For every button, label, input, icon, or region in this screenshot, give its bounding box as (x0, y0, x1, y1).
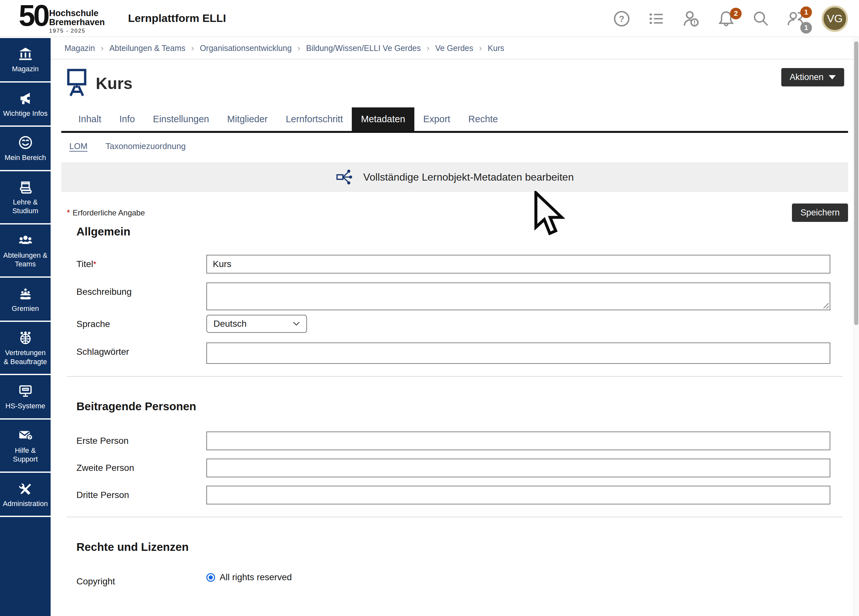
top-header: 50 Hochschule Bremerhaven 1975 - 2025 Le… (0, 0, 859, 37)
bank-icon (18, 47, 33, 61)
logo-line2: Bremerhaven (49, 18, 105, 27)
avatar[interactable]: VG (822, 5, 848, 32)
zweite-person-input[interactable] (206, 459, 830, 477)
dritte-person-label: Dritte Person (61, 486, 206, 500)
tab-metadaten[interactable]: Metadaten (352, 107, 414, 131)
tab-bar: Inhalt Info Einstellungen Mitglieder Ler… (61, 107, 848, 133)
sidebar-item-magazin[interactable]: Magazin (0, 38, 51, 81)
aktionen-button[interactable]: Aktionen (781, 68, 844, 86)
scrollbar-thumb[interactable] (854, 41, 858, 325)
sidebar-item-label: Hilfe & Support (2, 446, 49, 464)
section-allgemein: Allgemein (77, 225, 848, 238)
breadcrumb-item-organisationsentwicklung[interactable]: Organisationsentwicklung (200, 44, 292, 53)
sidebar-item-vertretungen[interactable]: Vertretungen & Beauftragte (0, 322, 51, 374)
beschreibung-textarea[interactable] (206, 283, 830, 310)
sidebar-item-lehre-studium[interactable]: Lehre & Studium (0, 171, 51, 223)
breadcrumb-item-bildung-wissen[interactable]: Bildung/Wissen/ELLI Ve Gerdes (306, 44, 421, 53)
svg-text:!: ! (693, 19, 696, 26)
erste-person-label: Erste Person (61, 432, 206, 446)
sidebar-nav: Magazin Wichtige Infos Mein Bereich (0, 37, 51, 616)
tab-mitglieder[interactable]: Mitglieder (218, 107, 276, 131)
sidebar-item-hilfe-support[interactable]: ? Hilfe & Support (0, 420, 51, 472)
breadcrumb-separator: › (479, 43, 482, 53)
smiley-icon (18, 135, 33, 150)
subtab-taxonomiezuordnung[interactable]: Taxonomiezuordnung (105, 141, 186, 151)
sidebar-item-label: Mein Bereich (5, 153, 46, 162)
sidebar-item-label: Abteilungen & Teams (2, 251, 49, 269)
divider (67, 517, 843, 517)
scrollbar-track[interactable] (853, 37, 859, 616)
books-icon (18, 180, 33, 194)
copyright-label: Copyright (61, 572, 206, 587)
copyright-option-label: All rights reserved (220, 572, 292, 582)
breadcrumb-separator: › (298, 43, 300, 53)
breadcrumb-item-magazin[interactable]: Magazin (64, 44, 95, 53)
logo-50: 50 (19, 2, 48, 29)
sidebar-item-abteilungen-teams[interactable]: Abteilungen & Teams (0, 225, 51, 277)
schlagwoerter-input[interactable] (206, 342, 830, 364)
required-asterisk: * (67, 208, 70, 217)
tab-export[interactable]: Export (414, 107, 459, 131)
copyright-radio[interactable] (206, 573, 215, 582)
globe-people-icon (18, 330, 33, 345)
notifications-bell-icon[interactable]: 2 (717, 10, 735, 28)
chevron-down-icon (293, 322, 300, 326)
tab-einstellungen[interactable]: Einstellungen (144, 107, 218, 131)
sprache-label: Sprache (61, 315, 206, 329)
platform-title: Lernplattform ELLI (128, 12, 226, 25)
logo-line1: Hochschule (49, 9, 105, 18)
tab-rechte[interactable]: Rechte (459, 107, 507, 131)
sprache-select[interactable]: Deutsch (206, 315, 307, 333)
people-group-icon (18, 233, 33, 248)
breadcrumb-item-kurs[interactable]: Kurs (487, 44, 504, 53)
subtab-bar: LOM Taxonomiezuordnung (51, 141, 859, 151)
tab-lernfortschritt[interactable]: Lernfortschritt (276, 107, 352, 131)
page-title: Kurs (96, 74, 133, 93)
sidebar-item-label: Vertretungen & Beauftragte (2, 348, 49, 366)
sidebar-item-administration[interactable]: Administration (0, 473, 51, 516)
breadcrumb-item-ve-gerdes[interactable]: Ve Gerdes (435, 44, 473, 53)
envelope-question-icon: ? (18, 428, 33, 443)
svg-text:?: ? (28, 435, 31, 440)
resize-handle[interactable] (822, 302, 829, 309)
titel-required-asterisk: * (93, 259, 97, 269)
sprache-selected-value: Deutsch (214, 319, 247, 329)
chevron-down-icon (829, 75, 836, 79)
speichern-button[interactable]: Speichern (792, 203, 848, 222)
breadcrumb-separator: › (101, 43, 104, 53)
help-icon[interactable]: ? (613, 10, 631, 28)
megaphone-icon (18, 91, 33, 106)
sidebar-item-label: Gremien (12, 304, 39, 313)
section-beitragende-personen: Beitragende Personen (77, 400, 848, 413)
banner-label: Vollständige Lernobjekt-Metadaten bearbe… (363, 171, 574, 183)
required-note: *Erforderliche Angabe (67, 208, 145, 218)
dritte-person-input[interactable] (206, 486, 830, 504)
sidebar-item-hs-systeme[interactable]: HS-Systeme (0, 375, 51, 418)
sidebar-item-wichtige-infos[interactable]: Wichtige Infos (0, 83, 51, 126)
beschreibung-label: Beschreibung (61, 283, 206, 297)
committee-icon (18, 286, 33, 301)
monitor-icon (18, 383, 33, 398)
sidebar-item-gremien[interactable]: Gremien (0, 278, 51, 321)
sidebar-item-label: HS-Systeme (5, 402, 45, 411)
bell-badge: 2 (730, 8, 742, 19)
user-status-icon[interactable]: ! (682, 10, 700, 28)
university-logo[interactable]: 50 Hochschule Bremerhaven 1975 - 2025 (19, 2, 105, 34)
app-window: 50 Hochschule Bremerhaven 1975 - 2025 Le… (0, 0, 859, 616)
breadcrumb-item-abteilungen[interactable]: Abteilungen & Teams (109, 44, 186, 53)
sidebar-item-mein-bereich[interactable]: Mein Bereich (0, 127, 51, 170)
course-easel-icon (66, 68, 87, 99)
tab-inhalt[interactable]: Inhalt (69, 107, 110, 131)
schlagwoerter-label: Schlagwörter (61, 342, 206, 357)
list-menu-icon[interactable] (648, 10, 665, 28)
contacts-icon[interactable]: 1 1 (787, 10, 805, 28)
edit-full-metadata-banner[interactable]: Vollständige Lernobjekt-Metadaten bearbe… (61, 162, 848, 192)
sidebar-item-label: Administration (3, 499, 48, 508)
erste-person-input[interactable] (206, 432, 830, 450)
tab-info[interactable]: Info (110, 107, 144, 131)
titel-input[interactable] (206, 255, 830, 274)
section-rechte-lizenzen: Rechte und Lizenzen (77, 541, 848, 553)
titel-label: Titel* (61, 255, 206, 269)
subtab-lom[interactable]: LOM (69, 141, 87, 151)
search-icon[interactable] (752, 10, 770, 28)
